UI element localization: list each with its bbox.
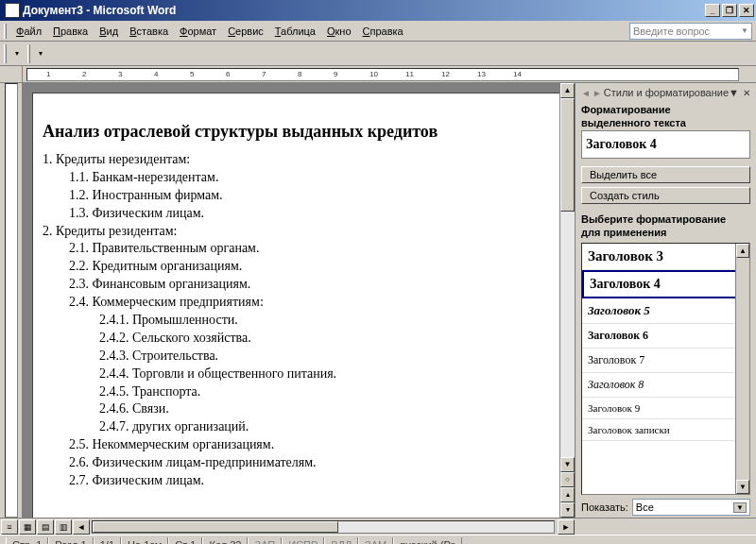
dropdown-icon: ▼ xyxy=(741,26,748,35)
status-at: На 1см xyxy=(121,537,168,545)
document-line[interactable]: 2.4.5. Транспорта. xyxy=(43,383,551,401)
taskpane-close-icon[interactable]: ✕ xyxy=(743,88,750,98)
taskpane-back-icon[interactable]: ◄ xyxy=(581,88,591,98)
document-title[interactable]: Анализ отраслевой структуры выданных кре… xyxy=(43,122,551,142)
help-question-box[interactable]: Введите вопрос▼ xyxy=(629,23,752,40)
style-item[interactable]: Заголовок 4¶ xyxy=(582,270,749,298)
document-line[interactable]: 1.3. Физическим лицам. xyxy=(43,205,551,223)
status-pageof: 1/1 xyxy=(94,537,121,545)
document-line[interactable]: 2.4.4. Торговли и общественного питания. xyxy=(43,366,551,383)
document-line[interactable]: 2.4.3. Строительства. xyxy=(43,348,551,366)
choose-label-1: Выберите форматирование xyxy=(581,213,726,225)
titlebar: Документ3 - Microsoft Word _ ❐ ✕ xyxy=(0,0,756,21)
style-item[interactable]: Заголовок записки¶ xyxy=(582,419,749,441)
status-page: Стр. 1 xyxy=(6,537,48,545)
fmt-label-1: Форматирование xyxy=(581,104,671,115)
document-line[interactable]: 2.5. Некоммерческим организациям. xyxy=(43,436,551,454)
select-all-button[interactable]: Выделить все xyxy=(581,166,750,183)
horizontal-scrollbar[interactable] xyxy=(92,520,555,534)
style-item[interactable]: Заголовок 5¶ xyxy=(582,298,749,324)
menu-insert[interactable]: Вставка xyxy=(124,24,174,39)
toolbar-expand-2[interactable]: ▾ xyxy=(34,44,47,63)
minimize-button[interactable]: _ xyxy=(705,4,720,17)
prev-page-button[interactable]: ▴ xyxy=(560,487,575,502)
view-print-button[interactable]: ▤ xyxy=(37,519,54,535)
document-line[interactable]: 1. Кредиты нерезидентам: xyxy=(43,151,551,169)
style-list[interactable]: Заголовок 3¶Заголовок 4¶Заголовок 5¶Заго… xyxy=(581,243,750,495)
view-web-button[interactable]: ▦ xyxy=(19,519,36,535)
menu-file[interactable]: Файл xyxy=(10,24,47,39)
status-ext: ВДЛ xyxy=(324,537,358,545)
menu-edit[interactable]: Правка xyxy=(47,24,94,39)
style-item[interactable]: Заголовок 9¶ xyxy=(582,398,749,419)
vertical-scrollbar[interactable]: ▲ ▼ ○ ▴ ▾ xyxy=(559,83,575,518)
style-item[interactable]: Заголовок 8¶ xyxy=(582,373,749,398)
document-line[interactable]: 2.4.6. Связи. xyxy=(43,400,551,418)
toolbar: ▾ ▾ xyxy=(0,42,756,66)
status-rec: ЗАП xyxy=(248,537,282,545)
document-line[interactable]: 2.4.7. других организаций. xyxy=(43,418,551,436)
window-title: Документ3 - Microsoft Word xyxy=(23,4,703,17)
taskpane-forward-icon[interactable]: ► xyxy=(593,88,602,98)
next-page-button[interactable]: ▾ xyxy=(560,502,575,518)
hscroll-left[interactable]: ◄ xyxy=(73,519,90,535)
new-style-button[interactable]: Создать стиль xyxy=(581,187,750,204)
status-line: Ст 1 xyxy=(168,537,202,545)
scroll-down-button[interactable]: ▼ xyxy=(560,457,575,472)
menu-help[interactable]: Справка xyxy=(357,24,409,39)
document-line[interactable]: 2.3. Финансовым организациям. xyxy=(43,276,551,294)
toolbar-expand[interactable]: ▾ xyxy=(10,44,24,63)
menubar: Файл Правка Вид Вставка Формат Сервис Та… xyxy=(0,21,756,42)
document-line[interactable]: 2.4. Коммерческим предприятиям: xyxy=(43,294,551,312)
menu-table[interactable]: Таблица xyxy=(269,24,321,39)
view-outline-button[interactable]: ▥ xyxy=(55,519,72,535)
hscroll-thumb[interactable] xyxy=(93,521,338,533)
menu-format[interactable]: Формат xyxy=(174,24,222,39)
document-line[interactable]: 1.2. Иностранным фирмам. xyxy=(43,187,551,205)
help-question-placeholder: Введите вопрос xyxy=(633,26,710,37)
hscroll-right[interactable]: ► xyxy=(558,519,575,535)
style-item[interactable]: Заголовок 6¶ xyxy=(582,324,749,348)
status-section: Разд 1 xyxy=(48,537,93,545)
stylelist-scroll-up[interactable]: ▲ xyxy=(736,244,749,258)
browse-select-button[interactable]: ○ xyxy=(560,472,575,487)
ruler-scale[interactable]: 1234567891011121314 xyxy=(26,68,739,81)
dropdown-icon: ▼ xyxy=(733,502,747,513)
show-label: Показать: xyxy=(581,502,628,513)
document-area[interactable]: Анализ отраслевой структуры выданных кре… xyxy=(23,83,559,518)
maximize-button[interactable]: ❐ xyxy=(722,4,737,17)
close-button[interactable]: ✕ xyxy=(739,4,754,17)
document-line[interactable]: 2.6. Физическим лицам-предпринимателям. xyxy=(43,454,551,472)
style-item[interactable]: Заголовок 7¶ xyxy=(582,348,749,373)
document-line[interactable]: 2. Кредиты резидентам: xyxy=(43,223,551,241)
status-col: Кол 32 xyxy=(202,537,248,545)
document-page[interactable]: Анализ отраслевой структуры выданных кре… xyxy=(32,93,559,518)
current-style-display[interactable]: Заголовок 4 xyxy=(581,130,750,159)
scroll-thumb[interactable] xyxy=(560,98,575,212)
statusbar: Стр. 1 Разд 1 1/1 На 1см Ст 1 Кол 32 ЗАП… xyxy=(0,535,756,544)
taskpane-menu-icon[interactable]: ▼ xyxy=(729,87,739,98)
menu-view[interactable]: Вид xyxy=(94,24,124,39)
stylelist-scroll-down[interactable]: ▼ xyxy=(736,480,749,494)
menu-tools[interactable]: Сервис xyxy=(222,24,269,39)
document-line[interactable]: 2.2. Кредитным организациям. xyxy=(43,258,551,276)
document-line[interactable]: 2.4.2. Сельского хозяйства. xyxy=(43,330,551,348)
scroll-up-button[interactable]: ▲ xyxy=(560,83,575,98)
view-normal-button[interactable]: ≡ xyxy=(1,519,18,535)
horizontal-scroll-row: ≡ ▦ ▤ ▥ ◄ ► xyxy=(0,518,756,535)
document-line[interactable]: 2.4.1. Промышленности. xyxy=(43,312,551,330)
vertical-ruler xyxy=(0,83,23,518)
fmt-label-2: выделенного текста xyxy=(581,117,686,128)
status-ovr: ЗАМ xyxy=(358,537,393,545)
document-line[interactable]: 2.7. Физическим лицам. xyxy=(43,472,551,490)
status-lang: русский (Ро xyxy=(393,537,462,545)
status-trk: ИСПР xyxy=(282,537,324,545)
task-pane: ◄ ► Стили и форматирование ▼ ✕ Форматиро… xyxy=(575,83,756,518)
taskpane-title: Стили и форматирование xyxy=(604,87,729,98)
show-dropdown[interactable]: Все▼ xyxy=(632,499,750,516)
ruler: 1234567891011121314 xyxy=(0,66,756,83)
menu-window[interactable]: Окно xyxy=(321,24,357,39)
document-line[interactable]: 2.1. Правительственным органам. xyxy=(43,240,551,258)
document-line[interactable]: 1.1. Банкам-нерезидентам. xyxy=(43,169,551,187)
style-item[interactable]: Заголовок 3¶ xyxy=(582,244,749,270)
